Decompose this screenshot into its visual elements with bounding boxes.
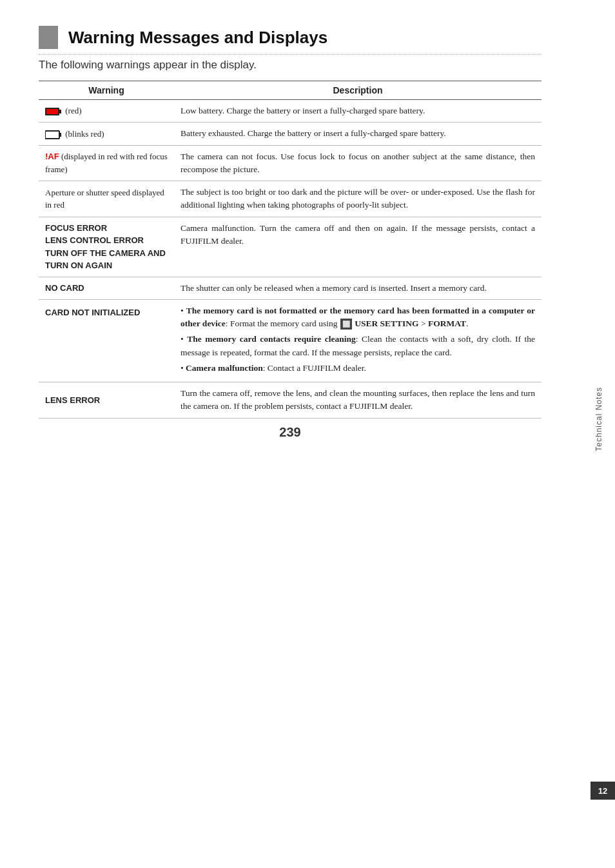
warnings-table: Warning Description (red) <box>39 81 542 419</box>
user-setting-icon: ⬜ <box>340 319 352 330</box>
subtitle: The following warnings appear in the dis… <box>39 59 542 72</box>
table-row: LENS ERROR Turn the camera off, remove t… <box>39 382 542 419</box>
table-row: !AF (displayed in red with red focus fra… <box>39 145 542 181</box>
battery-blinks-icon <box>45 128 62 141</box>
warning-cell: !AF (displayed in red with red focus fra… <box>39 145 174 181</box>
battery-red-label: (red) <box>65 106 81 115</box>
page-title: Warning Messages and Displays <box>68 28 327 48</box>
col-warning-header: Warning <box>39 81 174 100</box>
warning-cell: Aperture or shutter speed displayed in r… <box>39 181 174 217</box>
bullet-2: The memory card contacts require cleanin… <box>181 333 535 359</box>
turn-off-camera-label: TURN OFF THE CAMERA AND TURN ON AGAIN <box>45 247 168 272</box>
description-cell: The camera can not focus. Use focus lock… <box>174 145 542 181</box>
chapter-number: 12 <box>598 786 607 796</box>
chapter-number-box: 12 <box>591 782 615 800</box>
bullet-1: The memory card is not formatted or the … <box>181 304 535 331</box>
svg-rect-4 <box>59 133 61 137</box>
sidebar: Technical Notes 12 <box>583 0 615 838</box>
af-warning-label: !AF <box>45 152 59 161</box>
table-row: FOCUS ERROR LENS CONTROL ERROR TURN OFF … <box>39 217 542 277</box>
description-cell: The subject is too bright or too dark an… <box>174 181 542 217</box>
table-row: CARD NOT INITIALIZED The memory card is … <box>39 299 542 382</box>
table-row: (blinks red) Battery exhausted. Charge t… <box>39 123 542 145</box>
lens-control-error-label: LENS CONTROL ERROR <box>45 234 168 247</box>
lens-error-label: LENS ERROR <box>45 395 100 405</box>
battery-blinks-label: (blinks red) <box>65 129 104 139</box>
format-text: FORMAT <box>428 319 466 328</box>
warning-cell: LENS ERROR <box>39 382 174 419</box>
warning-cell: NO CARD <box>39 277 174 299</box>
battery-red-icon <box>45 104 62 117</box>
warning-cell: (blinks red) <box>39 123 174 145</box>
page-number: 239 <box>39 425 542 440</box>
aperture-label: Aperture or shutter speed displayed in r… <box>45 188 164 210</box>
svg-rect-2 <box>46 109 58 114</box>
svg-rect-3 <box>45 131 59 139</box>
description-cell: The shutter can only be released when a … <box>174 277 542 299</box>
bullet-3: Camera malfunction: Contact a FUJIFILM d… <box>181 362 535 375</box>
table-row: Aperture or shutter speed displayed in r… <box>39 181 542 217</box>
description-cell: The memory card is not formatted or the … <box>174 299 542 382</box>
warning-cell: CARD NOT INITIALIZED <box>39 299 174 382</box>
warning-cell: (red) <box>39 100 174 123</box>
section-header: Warning Messages and Displays <box>39 26 542 55</box>
svg-rect-1 <box>59 110 61 113</box>
no-card-label: NO CARD <box>45 283 84 293</box>
user-setting-text: USER SETTING <box>355 319 418 328</box>
card-not-initialized-label: CARD NOT INITIALIZED <box>45 308 140 317</box>
page-container: Warning Messages and Displays The follow… <box>0 0 580 498</box>
bullet-2-bold: The memory card contacts require cleanin… <box>187 334 356 344</box>
bullet-3-bold: Camera malfunction <box>186 363 263 373</box>
col-description-header: Description <box>174 81 542 100</box>
sidebar-label: Technical Notes <box>594 387 603 451</box>
description-cell: Battery exhausted. Charge the battery or… <box>174 123 542 145</box>
table-row: (red) Low battery. Charge the battery or… <box>39 100 542 123</box>
focus-error-label: FOCUS ERROR <box>45 222 168 235</box>
description-cell: Camera malfunction. Turn the camera off … <box>174 217 542 277</box>
description-cell: Turn the camera off, remove the lens, an… <box>174 382 542 419</box>
table-row: NO CARD The shutter can only be released… <box>39 277 542 299</box>
header-bar <box>39 26 58 49</box>
af-warning-desc: (displayed in red with red focus frame) <box>45 152 168 174</box>
warning-cell: FOCUS ERROR LENS CONTROL ERROR TURN OFF … <box>39 217 174 277</box>
description-cell: Low battery. Charge the battery or inser… <box>174 100 542 123</box>
